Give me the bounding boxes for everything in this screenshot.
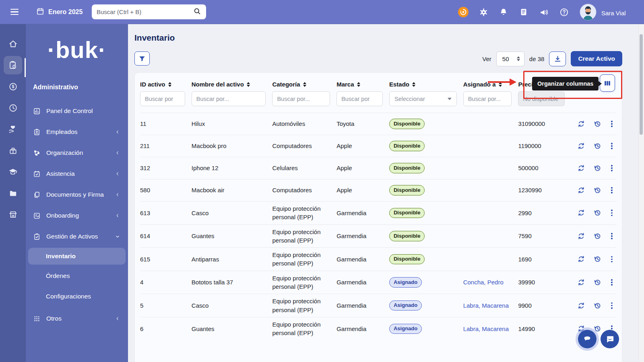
- kebab-menu-icon[interactable]: [609, 302, 614, 310]
- chevron-left-icon: [115, 171, 120, 176]
- support-fab[interactable]: [601, 330, 619, 348]
- sidebar-item-asistencia[interactable]: Asistencia: [26, 163, 128, 184]
- kebab-menu-icon[interactable]: [609, 278, 614, 286]
- calendar-icon: [36, 7, 44, 17]
- bell-icon[interactable]: [498, 7, 509, 17]
- sidebar-item-ordenes[interactable]: Órdenes: [26, 265, 128, 286]
- kebab-menu-icon[interactable]: [609, 120, 614, 128]
- kebab-menu-icon[interactable]: [609, 186, 614, 194]
- sidebar-item-onboarding[interactable]: Onboarding: [26, 205, 128, 226]
- sidebar-item-panel-de-control[interactable]: Panel de Control: [26, 101, 128, 121]
- megaphone-icon[interactable]: [539, 7, 549, 17]
- filter-id-activo[interactable]: [140, 91, 185, 106]
- assigned-to-link[interactable]: Labra, Macarena: [463, 325, 509, 332]
- copilot-icon[interactable]: [458, 7, 469, 17]
- search-input[interactable]: [97, 8, 193, 15]
- sync-icon[interactable]: [577, 142, 585, 150]
- column-header-nombre[interactable]: Nombre del activo: [192, 81, 272, 91]
- period-label: Enero 2025: [48, 8, 83, 16]
- history-icon[interactable]: [593, 186, 601, 194]
- global-search[interactable]: [92, 4, 206, 19]
- sort-icon[interactable]: [168, 82, 171, 87]
- cell-asignado: Labra, Macarena: [463, 298, 518, 313]
- filter-marca[interactable]: [336, 91, 383, 106]
- gear-icon[interactable]: [478, 7, 489, 17]
- sync-icon[interactable]: [577, 120, 585, 128]
- clock-icon[interactable]: [4, 99, 22, 117]
- filter-estado-select[interactable]: Seleccionar: [389, 91, 457, 106]
- sidebar-item-inventario[interactable]: Inventario: [28, 248, 126, 265]
- sort-icon[interactable]: [303, 82, 306, 87]
- kebab-menu-icon[interactable]: [609, 255, 614, 263]
- history-icon[interactable]: [593, 255, 601, 263]
- history-icon[interactable]: [593, 325, 601, 333]
- filter-button[interactable]: [134, 51, 150, 66]
- cell-nombre: Guantes: [192, 229, 272, 243]
- sync-icon[interactable]: [577, 278, 585, 286]
- filter-asignado[interactable]: [463, 91, 512, 106]
- folder-icon[interactable]: [4, 184, 22, 202]
- history-icon[interactable]: [593, 120, 601, 128]
- column-header-categoria[interactable]: Categoría: [272, 81, 336, 91]
- sidebar-item-gestion-de-activos[interactable]: Gestión de Activos: [26, 226, 128, 247]
- chevron-left-icon: [115, 213, 120, 218]
- sidebar-item-configuraciones[interactable]: Configuraciones: [26, 286, 128, 306]
- help-icon[interactable]: [559, 7, 569, 17]
- sync-icon[interactable]: [577, 209, 585, 217]
- storefront-icon[interactable]: [4, 205, 22, 224]
- cell-precio: 1690: [518, 252, 571, 266]
- column-header-estado[interactable]: Estado: [389, 81, 463, 91]
- clipboard-clock-icon[interactable]: [4, 56, 22, 74]
- chat-fab[interactable]: [578, 330, 597, 348]
- sidebar-item-organizacion[interactable]: Organización: [26, 142, 128, 163]
- cell-marca: Garmendia: [336, 206, 389, 220]
- sync-icon[interactable]: [577, 186, 585, 194]
- hamburger-icon[interactable]: [10, 9, 19, 15]
- sync-icon[interactable]: [577, 164, 585, 172]
- status-badge: Disponible: [389, 254, 425, 264]
- home-icon[interactable]: [4, 35, 22, 53]
- history-icon[interactable]: [593, 164, 601, 172]
- history-icon[interactable]: [593, 142, 601, 150]
- table-row: 312 Iphone 12 Celulares Apple Disponible…: [140, 157, 617, 179]
- sidebar-item-otros[interactable]: Otros: [26, 308, 128, 329]
- history-icon[interactable]: [593, 209, 601, 217]
- cell-actions: [571, 278, 617, 286]
- assigned-to-link[interactable]: Labra, Macarena: [463, 302, 509, 309]
- create-asset-button[interactable]: Crear Activo: [571, 51, 622, 66]
- sync-icon[interactable]: [577, 232, 585, 240]
- column-header-id-activo[interactable]: ID activo: [140, 81, 192, 91]
- history-icon[interactable]: [593, 302, 601, 310]
- download-button[interactable]: [549, 51, 566, 66]
- user-menu[interactable]: Sara Vial: [580, 4, 626, 22]
- sort-icon[interactable]: [357, 82, 360, 87]
- sidebar-item-documentos-y-firma[interactable]: Documentos y Firma: [26, 184, 128, 205]
- cell-asignado: Labra, Macarena: [463, 322, 518, 336]
- dollar-icon[interactable]: $: [4, 77, 22, 96]
- sidebar-item-empleados[interactable]: Empleados: [26, 121, 128, 142]
- column-header-marca[interactable]: Marca: [336, 81, 389, 91]
- kebab-menu-icon[interactable]: [609, 232, 614, 240]
- sort-icon[interactable]: [247, 82, 250, 87]
- cell-id: 614: [140, 229, 192, 243]
- graduation-icon[interactable]: [4, 162, 22, 181]
- search-icon[interactable]: [193, 7, 201, 17]
- period-selector[interactable]: Enero 2025: [36, 7, 83, 17]
- kebab-menu-icon[interactable]: [609, 164, 614, 172]
- page-size-select[interactable]: 50: [496, 51, 524, 66]
- news-icon[interactable]: [518, 7, 529, 17]
- gift-icon[interactable]: [4, 141, 22, 160]
- scrollbar-track[interactable]: [638, 24, 644, 362]
- sort-icon[interactable]: [412, 82, 415, 87]
- filter-categoria[interactable]: [272, 91, 330, 106]
- filter-nombre[interactable]: [192, 91, 266, 106]
- assigned-to-link[interactable]: Concha, Pedro: [463, 279, 504, 286]
- hand-heart-icon[interactable]: [4, 120, 22, 138]
- sync-icon[interactable]: [577, 302, 585, 310]
- kebab-menu-icon[interactable]: [609, 209, 614, 217]
- kebab-menu-icon[interactable]: [609, 142, 614, 150]
- history-icon[interactable]: [593, 232, 601, 240]
- scrollbar-thumb[interactable]: [640, 34, 643, 135]
- history-icon[interactable]: [593, 278, 601, 286]
- sync-icon[interactable]: [577, 255, 585, 263]
